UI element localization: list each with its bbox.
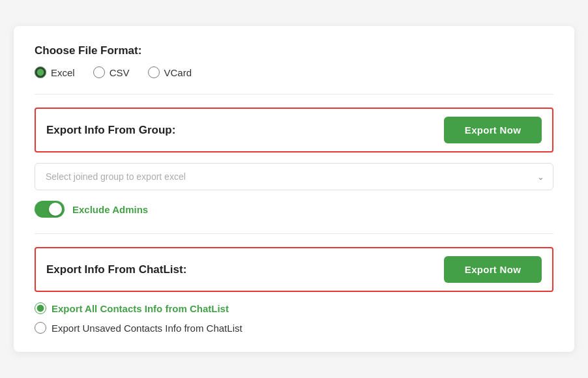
format-vcard-label[interactable]: VCard	[148, 66, 192, 78]
format-radio-group: Excel CSV VCard	[35, 66, 553, 78]
chatlist-options: Export All Contacts Info from ChatList E…	[35, 302, 553, 334]
export-group-button[interactable]: Export Now	[444, 117, 542, 143]
export-group-row: Export Info From Group: Export Now	[35, 108, 553, 153]
export-group-label: Export Info From Group:	[46, 124, 175, 137]
exclude-admins-label: Exclude Admins	[72, 204, 148, 215]
export-chatlist-label: Export Info From ChatList:	[46, 263, 186, 276]
format-excel-text: Excel	[51, 67, 75, 78]
exclude-admins-toggle[interactable]	[35, 201, 65, 218]
export-chatlist-button[interactable]: Export Now	[444, 256, 542, 283]
chatlist-unsaved-label: Export Unsaved Contacts Info from ChatLi…	[51, 323, 243, 334]
export-chatlist-row: Export Info From ChatList: Export Now	[35, 247, 553, 292]
format-vcard-text: VCard	[164, 67, 192, 78]
toggle-row: Exclude Admins	[35, 201, 553, 218]
chatlist-all-radio[interactable]	[35, 302, 46, 314]
format-csv-text: CSV	[110, 67, 130, 78]
divider-2	[35, 233, 553, 234]
file-format-title: Choose File Format:	[35, 44, 553, 57]
format-excel-label[interactable]: Excel	[35, 66, 75, 78]
group-select-wrapper: Select joined group to export excel ⌄	[35, 163, 553, 190]
chatlist-all-option[interactable]: Export All Contacts Info from ChatList	[35, 302, 553, 314]
chatlist-all-label: Export All Contacts Info from ChatList	[51, 303, 229, 314]
main-card: Choose File Format: Excel CSV VCard Expo…	[14, 26, 574, 352]
format-csv-radio[interactable]	[93, 66, 105, 78]
chatlist-unsaved-radio[interactable]	[35, 322, 46, 334]
toggle-slider	[35, 201, 65, 218]
divider-1	[35, 94, 553, 94]
format-csv-label[interactable]: CSV	[93, 66, 130, 78]
format-vcard-radio[interactable]	[148, 66, 160, 78]
chatlist-unsaved-option[interactable]: Export Unsaved Contacts Info from ChatLi…	[35, 322, 553, 334]
format-excel-radio[interactable]	[35, 66, 46, 78]
group-select[interactable]: Select joined group to export excel	[35, 163, 553, 190]
